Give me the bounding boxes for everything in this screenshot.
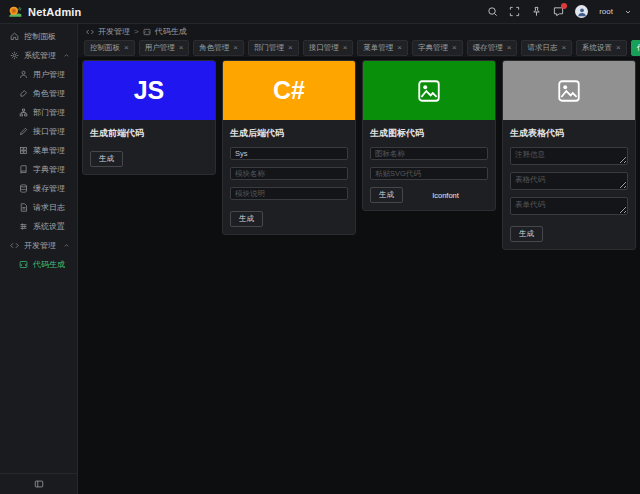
tab-close-icon[interactable]: × bbox=[616, 44, 621, 52]
username[interactable]: root bbox=[599, 7, 613, 16]
sidebar-item-menu-management[interactable]: 菜单管理 bbox=[0, 141, 77, 160]
form-code-textarea[interactable] bbox=[510, 197, 628, 215]
tab-close-icon[interactable]: × bbox=[452, 44, 457, 52]
sidebar-item-request-logs[interactable]: 请求日志 bbox=[0, 198, 77, 217]
sidebar-item-code-generation[interactable]: 代码生成 bbox=[0, 255, 77, 274]
generate-table-button[interactable]: 生成 bbox=[510, 226, 543, 242]
sidebar-item-dictionary-management[interactable]: 字典管理 bbox=[0, 160, 77, 179]
tab-role-management[interactable]: 角色管理× bbox=[193, 40, 244, 56]
tab-close-icon[interactable]: × bbox=[343, 44, 348, 52]
module-prefix-input[interactable] bbox=[230, 147, 348, 160]
icon-name-input[interactable] bbox=[370, 147, 488, 160]
frontend-card-banner: JS bbox=[83, 61, 215, 120]
sidebar-item-dashboard[interactable]: 控制面板 bbox=[0, 27, 77, 46]
person-icon bbox=[577, 7, 587, 17]
search-icon[interactable] bbox=[487, 6, 498, 17]
card-title: 生成前端代码 bbox=[90, 127, 208, 140]
sidebar-item-api-management[interactable]: 接口管理 bbox=[0, 122, 77, 141]
top-header: NetAdmin root bbox=[0, 0, 640, 24]
log-icon bbox=[19, 203, 28, 212]
sidebar-item-label: 角色管理 bbox=[33, 88, 65, 99]
breadcrumb-item[interactable]: 开发管理 bbox=[98, 26, 130, 37]
breadcrumb-separator: > bbox=[134, 27, 139, 36]
card-generate-table: 生成表格代码 生成 bbox=[502, 60, 636, 250]
tab-close-icon[interactable]: × bbox=[507, 44, 512, 52]
cache-icon bbox=[19, 184, 28, 193]
pin-icon[interactable] bbox=[531, 6, 542, 17]
tab-api-management[interactable]: 接口管理× bbox=[303, 40, 354, 56]
notification-badge bbox=[561, 3, 567, 9]
tab-label: 字典管理 bbox=[418, 43, 448, 53]
sidebar-item-label: 系统设置 bbox=[33, 221, 65, 232]
code-icon bbox=[10, 241, 19, 250]
csharp-logo-text: C# bbox=[273, 76, 305, 105]
svg-code-input[interactable] bbox=[370, 167, 488, 180]
sidebar-item-system-settings[interactable]: 系统设置 bbox=[0, 217, 77, 236]
chevron-up-icon bbox=[63, 242, 70, 249]
tab-close-icon[interactable]: × bbox=[397, 44, 402, 52]
user-icon bbox=[19, 70, 28, 79]
tab-bar: 控制面板× 用户管理× 角色管理× 部门管理× 接口管理× 菜单管理× 字典管理… bbox=[78, 39, 640, 57]
card-generate-backend: C# 生成后端代码 生成 bbox=[222, 60, 356, 235]
module-description-input[interactable] bbox=[230, 187, 348, 200]
notifications-button[interactable] bbox=[553, 6, 564, 17]
comment-info-textarea[interactable] bbox=[510, 147, 628, 165]
sidebar: 控制面板 系统管理 用户管理 角色管理 部门管理 接口管理 bbox=[0, 24, 78, 494]
sidebar-item-label: 用户管理 bbox=[33, 69, 65, 80]
image-icon bbox=[416, 78, 442, 104]
chevron-down-icon[interactable] bbox=[624, 8, 632, 16]
sidebar-item-role-management[interactable]: 角色管理 bbox=[0, 84, 77, 103]
tab-label: 角色管理 bbox=[199, 43, 229, 53]
fullscreen-icon[interactable] bbox=[509, 6, 520, 17]
tab-close-icon[interactable]: × bbox=[288, 44, 293, 52]
tab-menu-management[interactable]: 菜单管理× bbox=[357, 40, 408, 56]
tab-code-generation[interactable]: 代码生成× bbox=[631, 40, 640, 56]
sidebar-item-label: 菜单管理 bbox=[33, 145, 65, 156]
sidebar-item-system-management[interactable]: 系统管理 bbox=[0, 46, 77, 65]
tab-close-icon[interactable]: × bbox=[561, 44, 566, 52]
chevron-up-icon bbox=[63, 52, 70, 59]
generate-frontend-button[interactable]: 生成 bbox=[90, 151, 123, 167]
sidebar-item-user-management[interactable]: 用户管理 bbox=[0, 65, 77, 84]
table-card-banner bbox=[503, 61, 635, 120]
avatar[interactable] bbox=[575, 5, 588, 18]
iconfont-link[interactable]: Iconfont bbox=[403, 191, 488, 200]
menu-icon bbox=[19, 146, 28, 155]
tab-close-icon[interactable]: × bbox=[233, 44, 238, 52]
tab-cache-management[interactable]: 缓存管理× bbox=[467, 40, 518, 56]
sidebar-item-department-management[interactable]: 部门管理 bbox=[0, 103, 77, 122]
sidebar-item-label: 控制面板 bbox=[24, 31, 56, 42]
dictionary-icon bbox=[19, 165, 28, 174]
table-code-textarea[interactable] bbox=[510, 172, 628, 190]
role-icon bbox=[19, 89, 28, 98]
tab-user-management[interactable]: 用户管理× bbox=[139, 40, 190, 56]
breadcrumb: 开发管理 > 代码生成 bbox=[78, 24, 640, 39]
generate-backend-button[interactable]: 生成 bbox=[230, 211, 263, 227]
logo[interactable]: NetAdmin bbox=[8, 5, 82, 19]
card-title: 生成图标代码 bbox=[370, 127, 488, 140]
breadcrumb-item[interactable]: 代码生成 bbox=[155, 26, 187, 37]
sidebar-item-label: 请求日志 bbox=[33, 202, 65, 213]
tab-label: 接口管理 bbox=[309, 43, 339, 53]
module-name-input[interactable] bbox=[230, 167, 348, 180]
tab-request-logs[interactable]: 请求日志× bbox=[521, 40, 572, 56]
tab-system-settings[interactable]: 系统设置× bbox=[576, 40, 627, 56]
collapse-sidebar-icon[interactable] bbox=[34, 479, 44, 489]
tab-label: 请求日志 bbox=[527, 43, 557, 53]
sidebar-item-label: 接口管理 bbox=[33, 126, 65, 137]
tab-department-management[interactable]: 部门管理× bbox=[248, 40, 299, 56]
generate-icon-button[interactable]: 生成 bbox=[370, 187, 403, 203]
image-icon bbox=[556, 78, 582, 104]
icon-card-banner bbox=[363, 61, 495, 120]
sidebar-item-dev-management[interactable]: 开发管理 bbox=[0, 236, 77, 255]
sidebar-item-cache-management[interactable]: 缓存管理 bbox=[0, 179, 77, 198]
department-icon bbox=[19, 108, 28, 117]
tab-label: 用户管理 bbox=[145, 43, 175, 53]
tab-close-icon[interactable]: × bbox=[179, 44, 184, 52]
tab-close-icon[interactable]: × bbox=[124, 44, 129, 52]
api-icon bbox=[19, 127, 28, 136]
content: JS 生成前端代码 生成 C# 生成后端代码 bbox=[78, 57, 640, 494]
tab-dashboard[interactable]: 控制面板× bbox=[84, 40, 135, 56]
code-icon bbox=[86, 28, 94, 36]
tab-dictionary-management[interactable]: 字典管理× bbox=[412, 40, 463, 56]
